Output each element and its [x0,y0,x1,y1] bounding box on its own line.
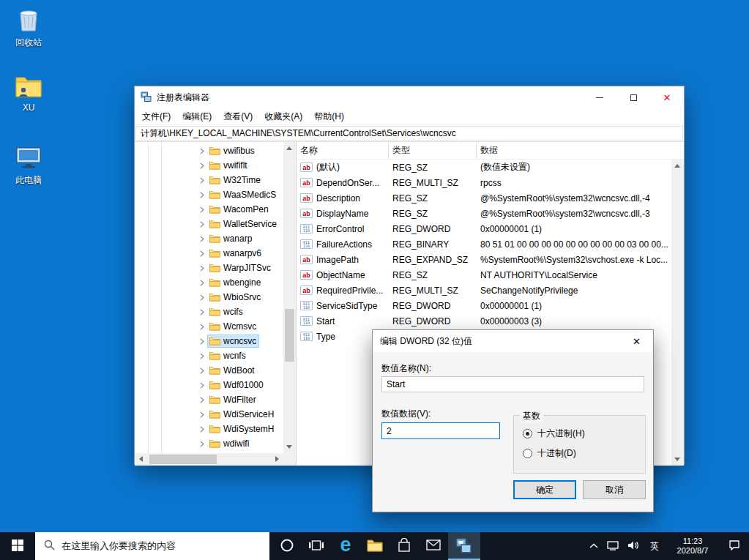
value-row-ServiceSidType[interactable]: 011110ServiceSidTypeREG_DWORD0x00000001 … [297,298,671,313]
tree-item-WdFilter[interactable]: WdFilter [135,392,283,407]
close-button[interactable]: ✕ [650,86,684,108]
taskbar-search-box[interactable]: 在这里输入你要搜索的内容 [35,532,269,560]
tree-item-vwififlt[interactable]: vwififlt [135,158,283,173]
value-data-input[interactable]: 2 [381,422,500,439]
expand-chevron-icon[interactable] [199,294,207,301]
expand-chevron-icon[interactable] [199,338,207,345]
tree-horizontal-scrollbar[interactable] [135,453,283,466]
menu-item-2[interactable]: 查看(V) [217,108,258,124]
action-center-button[interactable] [720,532,749,560]
cancel-button[interactable]: 取消 [583,480,646,499]
menu-item-3[interactable]: 收藏夹(A) [258,108,308,124]
tree-item-W32Time[interactable]: W32Time [135,173,283,187]
file-explorer-button[interactable] [360,532,390,560]
tree-item-WarpJITSvc[interactable]: WarpJITSvc [135,261,283,275]
radio-selected-icon[interactable] [523,429,532,438]
expand-chevron-icon[interactable] [199,426,207,433]
expand-chevron-icon[interactable] [199,206,207,213]
tree-vertical-scrollbar[interactable] [283,142,296,453]
value-row-DependOnSer...[interactable]: abDependOnSer...REG_MULTI_SZrpcss [297,175,671,190]
expand-chevron-icon[interactable] [199,192,207,198]
ok-button[interactable]: 确定 [513,480,576,499]
tree-item-wcnfs[interactable]: wcnfs [135,348,283,363]
tree-item-wanarpv6[interactable]: wanarpv6 [135,246,283,261]
tree-item-WdiServiceH[interactable]: WdiServiceH [135,407,283,422]
expand-chevron-icon[interactable] [199,411,207,418]
value-row-FailureActions[interactable]: 011110FailureActionsREG_BINARY80 51 01 0… [297,236,671,252]
expand-chevron-icon[interactable] [199,250,207,257]
maximize-button[interactable] [616,86,650,108]
radio-unselected-icon[interactable] [523,449,532,458]
menu-item-0[interactable]: 文件(F) [136,108,176,124]
desktop-icon-recycle-bin[interactable]: 回收站 [7,6,50,49]
expand-chevron-icon[interactable] [199,236,207,242]
tree-item-Wcmsvc[interactable]: Wcmsvc [135,319,283,334]
expand-chevron-icon[interactable] [199,382,207,389]
minimize-button[interactable] [583,86,616,108]
title-bar[interactable]: 注册表编辑器 ✕ [135,86,684,108]
value-row-RequiredPrivile...[interactable]: abRequiredPrivile...REG_MULTI_SZSeChange… [297,283,671,298]
tree-item-WdBoot[interactable]: WdBoot [135,363,283,378]
tree-item-WdiSystemH[interactable]: WdiSystemH [135,422,283,436]
expand-chevron-icon[interactable] [199,221,207,228]
value-row-ImagePath[interactable]: abImagePathREG_EXPAND_SZ%SystemRoot%\Sys… [297,252,671,267]
value-row-ObjectName[interactable]: abObjectNameREG_SZNT AUTHORITY\LocalServ… [297,267,671,283]
mail-button[interactable] [419,532,448,560]
scroll-down-arrow-icon[interactable] [674,458,680,461]
column-header-2[interactable]: 数据 [477,142,684,159]
tree-item-wanarp[interactable]: wanarp [135,231,283,246]
expand-chevron-icon[interactable] [199,148,207,154]
value-row-Start[interactable]: 011110StartREG_DWORD0x00000003 (3) [297,313,671,329]
tree-item-WaaSMedicS[interactable]: WaaSMedicS [135,187,283,202]
expand-chevron-icon[interactable] [199,397,207,403]
scrollbar-thumb[interactable] [149,455,217,464]
tree-item-WbioSrvc[interactable]: WbioSrvc [135,290,283,305]
show-hidden-icons-button[interactable] [585,532,603,560]
tree-item-vwifibus[interactable]: vwifibus [135,143,283,158]
scroll-up-arrow-icon[interactable] [674,164,680,168]
address-input[interactable]: 计算机\HKEY_LOCAL_MACHINE\SYSTEM\CurrentCon… [135,126,683,141]
value-row-Description[interactable]: abDescriptionREG_SZ@%SystemRoot%\system3… [297,190,671,206]
value-row-(默认)[interactable]: ab(默认)REG_SZ(数值未设置) [297,160,671,175]
menu-item-1[interactable]: 编辑(E) [176,108,217,124]
value-name-field[interactable]: Start [381,376,644,392]
desktop-icon-xu-folder[interactable]: XU [7,75,50,113]
scroll-left-arrow-icon[interactable] [139,456,143,462]
expand-chevron-icon[interactable] [199,353,207,359]
edge-button[interactable]: e [331,532,360,560]
cortana-button[interactable] [272,532,302,560]
value-row-DisplayName[interactable]: abDisplayNameREG_SZ@%SystemRoot%\system3… [297,206,671,221]
expand-chevron-icon[interactable] [199,177,207,184]
desktop-icon-this-pc[interactable]: 此电脑 [7,145,50,187]
ime-indicator[interactable]: 英 [644,532,666,560]
expand-chevron-icon[interactable] [199,280,207,286]
value-row-ErrorControl[interactable]: 011110ErrorControlREG_DWORD0x00000001 (1… [297,221,671,236]
regedit-taskbar-button[interactable] [448,532,480,560]
expand-chevron-icon[interactable] [199,324,207,330]
scroll-down-arrow-icon[interactable] [286,445,292,449]
task-view-button[interactable] [302,532,331,560]
dialog-title-bar[interactable]: 编辑 DWORD (32 位)值 ✕ [373,330,653,352]
column-header-0[interactable]: 名称 [297,142,389,159]
column-header-1[interactable]: 类型 [389,142,477,159]
list-vertical-scrollbar[interactable] [671,160,684,466]
tree-item-WalletService[interactable]: WalletService [135,217,283,231]
tree-item-wdiwifi[interactable]: wdiwifi [135,436,283,451]
expand-chevron-icon[interactable] [199,309,207,316]
volume-tray-button[interactable] [623,532,644,560]
store-button[interactable] [390,532,419,560]
scroll-up-arrow-icon[interactable] [286,146,292,150]
expand-chevron-icon[interactable] [199,265,207,272]
tree-item-wcncsvc[interactable]: wcncsvc [135,334,283,348]
menu-item-4[interactable]: 帮助(H) [308,108,350,124]
scrollbar-thumb[interactable] [285,309,294,362]
tree-item-Wdf01000[interactable]: Wdf01000 [135,378,283,392]
dialog-close-icon[interactable]: ✕ [620,330,653,352]
start-button[interactable] [0,532,35,560]
expand-chevron-icon[interactable] [199,441,207,447]
radio-hexadecimal[interactable]: 十六进制(H) [523,428,585,440]
expand-chevron-icon[interactable] [199,367,207,374]
radio-decimal[interactable]: 十进制(D) [523,447,576,460]
expand-chevron-icon[interactable] [199,163,207,169]
tree-item-WacomPen[interactable]: WacomPen [135,202,283,217]
